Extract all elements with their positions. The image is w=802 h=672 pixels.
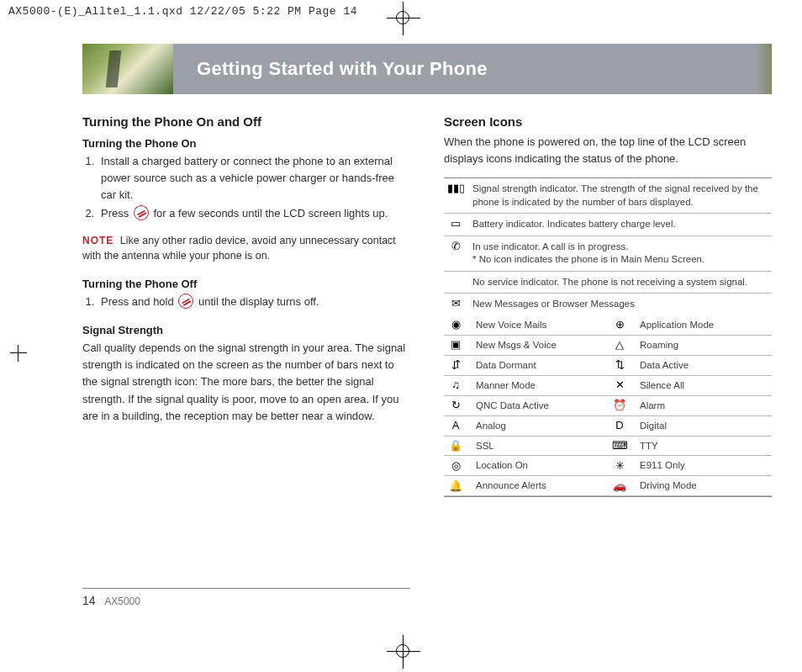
icon-label: Announce Alerts xyxy=(476,479,604,492)
icon-row: ◉New Voice Mails⊕Application Mode xyxy=(444,315,772,336)
note-block: NOTE Like any other radio device, avoid … xyxy=(82,233,410,265)
heading-turning-on: Turning the Phone On xyxy=(82,137,410,150)
icon-label: Alarm xyxy=(640,399,768,412)
heading-turning-off: Turning the Phone Off xyxy=(82,278,410,290)
icon-row: ▮▮▯Signal strength indicator. The streng… xyxy=(444,178,772,214)
message-icon: ✉ xyxy=(447,298,464,310)
icon-row: ✆In use indicator. A call is in progress… xyxy=(444,236,772,272)
voicemail-icon: ◉ xyxy=(447,319,464,331)
icon-row: No service indicator. The phone is not r… xyxy=(444,272,772,294)
icon-label: SSL xyxy=(476,440,604,452)
icon-label: Application Mode xyxy=(640,319,768,331)
icon-label: Silence All xyxy=(640,379,768,392)
battery-icon: ▭ xyxy=(447,218,464,230)
icon-row: ▭Battery indicator. Indicates battery ch… xyxy=(444,214,772,236)
chapter-title-bar: Getting Started with Your Phone xyxy=(82,44,772,94)
icon-row: ◎Location On✳E911 Only xyxy=(444,456,772,476)
e911-icon: ✳ xyxy=(611,460,628,472)
icon-label: Manner Mode xyxy=(476,379,604,392)
silence-icon: ✕ xyxy=(611,379,628,391)
noservice-icon xyxy=(447,276,464,288)
page-content: Getting Started with Your Phone Turning … xyxy=(82,44,772,607)
icon-description: In use indicator. A call is in progress.… xyxy=(472,241,768,267)
right-column: Screen Icons When the phone is powered o… xyxy=(444,114,772,497)
on-step-2: Press for a few seconds until the LCD sc… xyxy=(98,205,410,222)
off-step-1: Press and hold until the display turns o… xyxy=(98,294,410,310)
roaming-icon: △ xyxy=(611,339,628,351)
icon-description: Battery indicator. Indicates battery cha… xyxy=(472,218,768,231)
icon-label: New Msgs & Voice xyxy=(476,339,604,352)
announce-icon: 🔔 xyxy=(447,480,464,492)
signal-strength-body: Call quality depends on the signal stren… xyxy=(82,340,410,425)
qnc-icon: ↻ xyxy=(447,399,464,411)
icon-description: Signal strength indicator. The strength … xyxy=(472,183,768,209)
power-key-icon xyxy=(178,294,193,309)
chapter-title-endcap xyxy=(757,44,772,94)
icon-row: 🔔Announce Alerts🚗Driving Mode xyxy=(444,476,772,496)
icon-row: ♫Manner Mode✕Silence All xyxy=(444,376,772,396)
icon-label: Analog xyxy=(476,420,604,432)
turning-off-steps: Press and hold until the display turns o… xyxy=(82,294,410,310)
left-column: Turning the Phone On and Off Turning the… xyxy=(82,114,410,497)
icon-label: Roaming xyxy=(640,339,768,352)
icon-row: ↻QNC Data Active⏰Alarm xyxy=(444,396,772,416)
icon-label: Driving Mode xyxy=(640,479,768,492)
icon-label: E911 Only xyxy=(640,459,768,472)
alarm-icon: ⏰ xyxy=(611,399,628,411)
on-step-1: Install a charged battery or connect the… xyxy=(98,153,410,204)
icon-row: AAnalogDDigital xyxy=(444,416,772,437)
msgsvoice-icon: ▣ xyxy=(447,339,464,351)
page-footer: 14 AX5000 xyxy=(82,588,410,607)
appmode-icon: ⊕ xyxy=(611,319,628,331)
page-number: 14 xyxy=(82,594,96,607)
icon-row: ⇵Data Dormant⇅Data Active xyxy=(444,356,772,376)
print-metadata-header: AX5000-(E)_Alltel_1.1.qxd 12/22/05 5:22 … xyxy=(0,0,802,21)
manner-icon: ♫ xyxy=(447,379,464,391)
icon-label: Digital xyxy=(640,420,768,432)
registration-mark-left xyxy=(2,336,35,370)
icon-label: QNC Data Active xyxy=(476,399,604,412)
digital-icon: D xyxy=(611,420,628,431)
screen-icons-intro: When the phone is powered on, the top li… xyxy=(444,134,772,167)
ssl-icon: 🔒 xyxy=(447,440,464,452)
inuse-icon: ✆ xyxy=(447,241,464,252)
icon-description: New Messages or Browser Messages xyxy=(472,298,768,311)
icon-row: ▣New Msgs & Voice△Roaming xyxy=(444,336,772,356)
icon-label: Data Active xyxy=(640,359,768,372)
location-icon: ◎ xyxy=(447,460,464,472)
icon-label: Location On xyxy=(476,459,604,472)
icon-label: New Voice Mails xyxy=(476,319,604,331)
heading-on-off: Turning the Phone On and Off xyxy=(82,114,410,129)
icon-label: TTY xyxy=(640,440,768,452)
heading-screen-icons: Screen Icons xyxy=(444,114,772,129)
note-label: NOTE xyxy=(82,235,113,246)
driving-icon: 🚗 xyxy=(611,480,628,492)
icon-label: Data Dormant xyxy=(476,359,604,372)
icon-row: ✉New Messages or Browser Messages xyxy=(444,294,772,315)
turning-on-steps: Install a charged battery or connect the… xyxy=(82,153,410,223)
note-text: Like any other radio device, avoid any u… xyxy=(82,235,396,262)
icon-description: No service indicator. The phone is not r… xyxy=(472,276,768,289)
heading-signal-strength: Signal Strength xyxy=(82,324,410,336)
analog-icon: A xyxy=(447,420,464,431)
dataactive-icon: ⇅ xyxy=(611,359,628,371)
screen-icons-table: ▮▮▯Signal strength indicator. The streng… xyxy=(444,177,772,497)
icon-row: 🔒SSL⌨TTY xyxy=(444,437,772,457)
model-name: AX5000 xyxy=(104,595,140,607)
tty-icon: ⌨ xyxy=(611,440,628,452)
power-key-icon xyxy=(134,205,149,220)
chapter-title: Getting Started with Your Phone xyxy=(173,44,757,94)
chapter-title-photo xyxy=(82,44,173,94)
signal-icon: ▮▮▯ xyxy=(447,183,464,194)
registration-mark-bottom xyxy=(387,635,420,669)
datadormant-icon: ⇵ xyxy=(447,359,464,371)
